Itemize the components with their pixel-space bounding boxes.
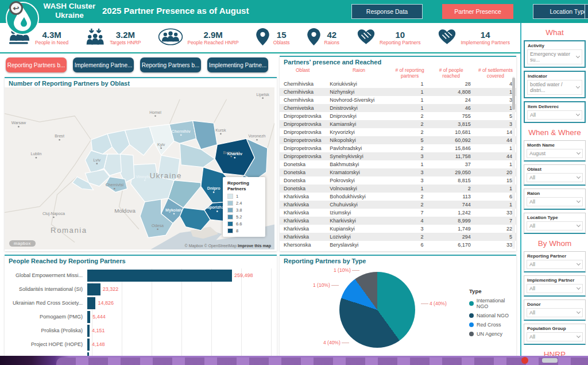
table-row[interactable]: DnipropetrovskaKamianskyi23,8153 <box>280 120 516 128</box>
table-row[interactable]: DonetskaKramatorskyi329,05020 <box>280 168 516 176</box>
table-row[interactable]: KharkivskaIziumskyi71,24233 <box>280 209 516 217</box>
bar-category-label: Project HOPE (HOPE) <box>7 341 87 347</box>
table-row[interactable]: ChernihivskaNizhynskyi14,8081 <box>280 88 516 96</box>
column-header-0[interactable]: Oblast <box>280 66 326 80</box>
bar[interactable] <box>87 339 90 351</box>
map-label-warsaw: Warsaw <box>11 121 26 125</box>
bar[interactable] <box>87 270 232 282</box>
video-timeline-track[interactable] <box>56 358 588 365</box>
chevron-down-icon <box>577 223 581 227</box>
table-cell: 60,092 <box>427 136 474 144</box>
bar-chart: Global Empowerment Missi... 259,498 Soli… <box>7 268 272 364</box>
table-row[interactable]: KharkivskaKupianskyi31,74922 <box>280 225 516 233</box>
table-row[interactable]: DnipropetrovskaSynelnykivskyi311,75844 <box>280 152 516 160</box>
filter-dropdown[interactable]: All <box>527 221 583 230</box>
table-cell: 1 <box>392 104 428 112</box>
filter-dropdown[interactable]: All <box>527 173 583 182</box>
table-row[interactable]: ChernivetskaDnistrovskyi1461 <box>280 104 516 112</box>
filter-sidebar: What Activity Emergency water su... Indi… <box>521 23 588 365</box>
legend-dot-icon <box>469 313 474 318</box>
table-cell: 5 <box>475 233 516 241</box>
bar[interactable] <box>87 325 90 337</box>
table-row[interactable]: KhersonskaBeryslavskyi66,17033 <box>280 241 516 249</box>
back-arrow-icon[interactable]: ↩ <box>9 1 23 15</box>
bar[interactable] <box>87 297 95 309</box>
table-cell: Kramatorskyi <box>326 168 392 176</box>
filter-dropdown[interactable]: All <box>527 260 583 269</box>
table-row[interactable]: ChernihivskaNovhorod-Siverskyi1243 <box>280 96 516 104</box>
table-row[interactable]: DonetskaPokrovskyi38,81515 <box>280 176 516 185</box>
filter-donor: Donor All <box>524 299 586 321</box>
filter-label: Donor <box>524 300 585 307</box>
kpi-value: 2.9M <box>203 30 222 40</box>
nav-button-partial[interactable] <box>585 4 588 19</box>
table-row[interactable]: DnipropetrovskaDniprovskyi27555 <box>280 112 516 120</box>
table-cell: 3 <box>392 225 428 233</box>
table-row[interactable]: KharkivskaBohodukhivskyi21136 <box>280 193 516 201</box>
column-header-3[interactable]: # of people reached <box>427 66 474 80</box>
column-header-4[interactable]: # of settlements covered <box>475 66 516 80</box>
map-label-voronezh: Voronezh <box>248 134 265 139</box>
filter-dropdown[interactable]: Emergency water su... <box>527 49 582 64</box>
pie-chart[interactable] <box>339 272 415 348</box>
toggle-button-0[interactable]: Reporting Partners b... <box>6 57 67 72</box>
nav-button-1[interactable]: Partner Presence <box>442 4 513 19</box>
map-legend-item: 3.8 <box>227 208 261 213</box>
legend-item-3[interactable]: UN Agency <box>469 331 516 337</box>
table-cell: Dnistrovskyi <box>326 104 392 112</box>
mapbox-logo[interactable]: mapbox <box>9 240 36 247</box>
filter-dropdown[interactable]: All <box>527 284 583 293</box>
table-cell: 2 <box>392 128 428 136</box>
toggle-button-1[interactable]: Implementing Partne... <box>73 57 134 72</box>
record-dot-icon[interactable] <box>521 357 528 364</box>
legend-swatch-icon <box>227 228 233 233</box>
kpi-5: 10 Reporting Partners <box>357 29 420 47</box>
table-row[interactable]: DnipropetrovskaPavlohradskyi215,8461 <box>280 144 516 152</box>
filter-dropdown[interactable]: bottled water / distri... <box>527 80 582 95</box>
table-row[interactable]: DnipropetrovskaKryvorizkyi210,68114 <box>280 128 516 136</box>
bar[interactable] <box>87 283 100 295</box>
filter-month-name: Month Name August <box>524 140 586 162</box>
timeline-handle[interactable] <box>542 358 558 363</box>
legend-item-2[interactable]: Red Cross <box>469 322 516 328</box>
filter-dropdown[interactable]: All <box>527 110 582 120</box>
pie-legend-title: Type <box>469 288 516 294</box>
toggle-button-3[interactable]: Implementing Partne... <box>207 57 268 72</box>
kpi-value: 3.2M <box>116 30 135 40</box>
table-cell: 6,170 <box>427 241 474 249</box>
nav-button-0[interactable]: Response Data <box>351 4 423 19</box>
filter-selected-value: All <box>529 175 535 180</box>
table-row[interactable]: DonetskaVolnovaskyi121 <box>280 185 516 193</box>
column-header-2[interactable]: # of reporting partners <box>392 66 428 80</box>
bar[interactable] <box>87 311 90 323</box>
improve-map-link[interactable]: Improve this map <box>238 244 271 248</box>
map-label-dnipro: Dnipro <box>207 186 220 191</box>
attribution-text[interactable]: © Mapbox © OpenStreetMap <box>185 244 237 248</box>
filter-dropdown[interactable]: All <box>527 308 583 317</box>
filter-label: Indicator <box>525 72 585 79</box>
pie-callout-international-ngo: 4 (40%) <box>420 301 447 306</box>
column-header-1[interactable]: Raion <box>326 66 392 80</box>
table-scrollbar-thumb[interactable] <box>512 78 515 110</box>
filter-dropdown[interactable]: August <box>527 149 583 158</box>
map-label-kharkiv: Kharkiv <box>227 152 242 156</box>
video-timeline-bar[interactable] <box>0 356 588 365</box>
table-cell: 15 <box>475 176 516 185</box>
bar-value-label: 5,444 <box>92 314 106 320</box>
nav-button-2[interactable]: Location Type <box>533 4 588 19</box>
table-row[interactable]: DnipropetrovskaNikopolskyi560,09244 <box>280 136 516 144</box>
chevron-down-icon <box>577 262 581 266</box>
table-row[interactable]: ChernihivskaKoriukivskyi1284 <box>280 80 516 88</box>
toggle-button-2[interactable]: Reporting Partners b... <box>140 57 201 72</box>
table-row[interactable]: KharkivskaChuhuivskyi27441 <box>280 201 516 209</box>
table-cell: 5 <box>475 112 516 120</box>
filter-dropdown[interactable]: All <box>527 332 583 341</box>
filter-dropdown[interactable]: All <box>527 197 583 206</box>
table-row[interactable]: KharkivskaLozivskyi22945 <box>280 233 516 241</box>
table-cell: 3 <box>475 120 516 128</box>
choropleth-map[interactable]: WarsawBrestLublinHomelKurskVoronezhBelgo… <box>5 87 274 249</box>
legend-item-1[interactable]: National NGO <box>469 313 516 318</box>
table-row[interactable]: DonetskaBakhmutskyi1371 <box>280 160 516 168</box>
legend-item-0[interactable]: International NGO <box>469 298 516 309</box>
table-row[interactable]: KharkivskaKharkivskyi48,9997 <box>280 217 516 225</box>
